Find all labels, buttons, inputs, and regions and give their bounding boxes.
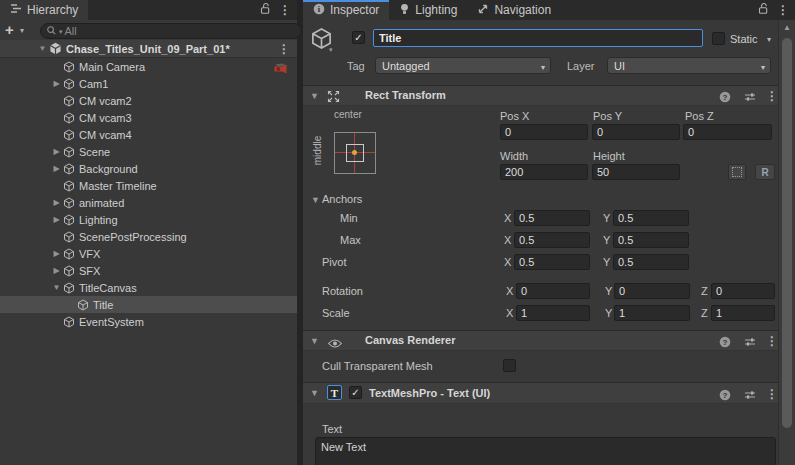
textmeshpro-header[interactable]: ▼ T ✓ TextMeshPro - Text (UI) ? ⋮ — [303, 382, 778, 404]
width-field[interactable]: 200 — [500, 164, 588, 180]
presets-icon[interactable] — [744, 89, 756, 107]
hierarchy-item-sfx[interactable]: ▶SFX — [0, 262, 297, 279]
gameobject-cube-icon — [63, 129, 78, 141]
gameobject-cube-icon — [63, 112, 78, 124]
anchors-foldout-icon[interactable]: ▼ — [311, 195, 320, 205]
menu-kebab-icon[interactable]: ⋮ — [777, 4, 789, 16]
hierarchy-item-eventsystem[interactable]: EventSystem — [0, 313, 297, 330]
inspector-tabbar: i Inspector Lighting Navigation ⋮ — [303, 0, 795, 20]
hierarchy-item-cm-vcam4[interactable]: CM vcam4 — [0, 126, 297, 143]
rotation-y-field[interactable]: 0 — [614, 283, 690, 299]
hierarchy-item-scenepostprocessing[interactable]: ScenePostProcessing — [0, 228, 297, 245]
hierarchy-item-background[interactable]: ▶Background — [0, 160, 297, 177]
expander-icon[interactable]: ▶ — [50, 164, 63, 173]
tab-label: Hierarchy — [27, 3, 78, 17]
height-field[interactable]: 50 — [592, 164, 680, 180]
anchor-preset-widget[interactable] — [334, 132, 376, 174]
expander-icon[interactable]: ▼ — [50, 283, 63, 292]
hierarchy-item-label: Title — [93, 299, 113, 311]
pos-z-field[interactable]: 0 — [683, 124, 772, 140]
expander-icon[interactable]: ▶ — [50, 215, 63, 224]
gameobject-cube-icon — [63, 78, 78, 90]
hierarchy-item-title[interactable]: Title — [0, 296, 297, 313]
anchors-max-x-field[interactable]: 0.5 — [514, 232, 590, 248]
component-kebab-icon[interactable]: ⋮ — [766, 388, 778, 400]
component-kebab-icon[interactable]: ⋮ — [766, 335, 778, 347]
expander-icon[interactable]: ▶ — [50, 147, 63, 156]
cull-transparent-mesh-checkbox[interactable] — [503, 359, 516, 372]
text-input-area[interactable]: New Text — [315, 437, 776, 465]
anchors-max-y-field[interactable]: 0.5 — [613, 232, 689, 248]
foldout-icon[interactable]: ▼ — [310, 336, 319, 346]
hierarchy-item-master-timeline[interactable]: Master Timeline — [0, 177, 297, 194]
blueprint-mode-button[interactable] — [728, 164, 746, 180]
hierarchy-item-main-camera[interactable]: Main Camera — [0, 58, 297, 75]
hierarchy-item-animated[interactable]: ▶animated — [0, 194, 297, 211]
scene-kebab-icon[interactable]: ⋮ — [278, 43, 290, 55]
scale-x-field[interactable]: 1 — [516, 305, 590, 321]
hierarchy-item-cm-vcam3[interactable]: CM vcam3 — [0, 109, 297, 126]
anchors-min-x-field[interactable]: 0.5 — [514, 210, 590, 226]
hierarchy-item-label: CM vcam3 — [79, 112, 132, 124]
menu-kebab-icon[interactable]: ⋮ — [279, 4, 291, 16]
scene-header-row[interactable]: ▼ Chase_Titles_Unit_09_Part_01* ⋮ — [0, 40, 297, 58]
scroll-up-icon[interactable]: ▲ — [783, 23, 791, 32]
help-icon[interactable]: ? — [719, 387, 731, 405]
component-title: Rect Transform — [365, 89, 446, 101]
gameobject-cube-icon — [63, 265, 78, 277]
tab-navigation[interactable]: Navigation — [467, 0, 561, 20]
scrollbar-thumb[interactable] — [782, 38, 792, 428]
hierarchy-item-cam1[interactable]: ▶Cam1 — [0, 75, 297, 92]
pos-y-field[interactable]: 0 — [592, 124, 680, 140]
expander-icon[interactable]: ▶ — [50, 249, 63, 258]
component-enabled-checkbox[interactable]: ✓ — [349, 386, 362, 399]
gameobject-name-input[interactable] — [373, 29, 703, 47]
active-checkbox[interactable]: ✓ — [352, 31, 365, 44]
help-icon[interactable]: ? — [719, 89, 731, 107]
lock-icon[interactable] — [758, 1, 769, 19]
rect-transform-header[interactable]: ▼ Rect Transform ? ⋮ — [303, 85, 778, 106]
axis-y-label: Y — [605, 307, 612, 319]
rotation-z-field[interactable]: 0 — [711, 283, 775, 299]
hierarchy-search-input[interactable]: ▾ All — [40, 23, 302, 39]
add-dropdown-caret-icon[interactable]: ▾ — [20, 26, 24, 35]
bulb-icon — [399, 3, 410, 18]
presets-icon[interactable] — [744, 387, 756, 405]
hierarchy-item-scene[interactable]: ▶Scene — [0, 143, 297, 160]
static-caret-icon[interactable]: ▾ — [767, 35, 771, 44]
pivot-y-field[interactable]: 0.5 — [613, 254, 689, 270]
hierarchy-item-label: animated — [79, 197, 124, 209]
expander-icon[interactable]: ▼ — [36, 44, 49, 53]
layer-dropdown[interactable]: UI ▾ — [607, 57, 771, 74]
lock-icon[interactable] — [260, 1, 271, 19]
pos-x-field[interactable]: 0 — [500, 124, 588, 140]
component-kebab-icon[interactable]: ⋮ — [766, 90, 778, 102]
foldout-icon[interactable]: ▼ — [310, 388, 319, 398]
hierarchy-item-lighting[interactable]: ▶Lighting — [0, 211, 297, 228]
scale-y-field[interactable]: 1 — [614, 305, 690, 321]
canvas-renderer-header[interactable]: ▼ Canvas Renderer ? ⋮ — [303, 330, 778, 351]
help-icon[interactable]: ? — [719, 334, 731, 352]
tag-dropdown[interactable]: Untagged ▾ — [375, 57, 551, 74]
rotation-x-field[interactable]: 0 — [516, 283, 590, 299]
add-gameobject-button[interactable]: + — [5, 21, 14, 38]
raw-edit-mode-button[interactable]: R — [755, 164, 775, 180]
presets-icon[interactable] — [744, 334, 756, 352]
pivot-x-field[interactable]: 0.5 — [514, 254, 590, 270]
anchors-min-y-field[interactable]: 0.5 — [613, 210, 689, 226]
hierarchy-item-vfx[interactable]: ▶VFX — [0, 245, 297, 262]
hierarchy-item-cm-vcam2[interactable]: CM vcam2 — [0, 92, 297, 109]
icon-picker-caret-icon[interactable]: ▾ — [329, 46, 333, 54]
static-checkbox[interactable] — [712, 32, 725, 45]
expander-icon[interactable]: ▶ — [50, 198, 63, 207]
checkmark-icon: ✓ — [354, 33, 362, 43]
expander-icon[interactable]: ▶ — [50, 79, 63, 88]
tab-lighting[interactable]: Lighting — [389, 0, 467, 20]
foldout-icon[interactable]: ▼ — [310, 91, 319, 101]
tab-hierarchy[interactable]: Hierarchy — [0, 0, 88, 20]
scale-z-field[interactable]: 1 — [711, 305, 775, 321]
tab-inspector[interactable]: i Inspector — [303, 0, 389, 20]
hierarchy-item-titlecanvas[interactable]: ▼TitleCanvas — [0, 279, 297, 296]
expander-icon[interactable]: ▶ — [50, 266, 63, 275]
inspector-scrollbar[interactable]: ▲ — [778, 20, 795, 465]
